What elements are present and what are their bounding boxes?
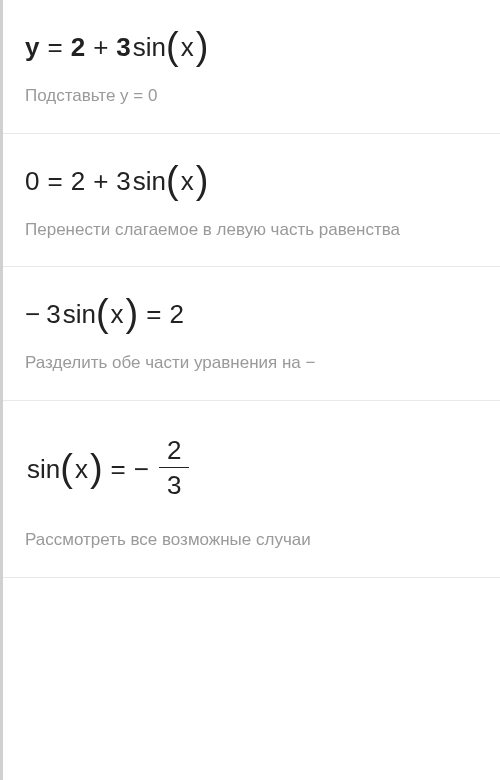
- value-2: 2: [169, 301, 183, 327]
- argument-x: x: [111, 301, 124, 327]
- sin-function: sin: [27, 456, 60, 482]
- open-paren: (: [166, 161, 179, 199]
- open-paren: (: [166, 27, 179, 65]
- argument-x: x: [181, 34, 194, 60]
- minus-sign: −: [25, 301, 40, 327]
- equals-sign: =: [47, 34, 62, 60]
- coefficient-3: 3: [46, 301, 60, 327]
- step-3: − 3 sin ( x ) = 2 Разделить обе части ур…: [3, 267, 500, 401]
- step-1: y = 2 + 3 sin ( x ) Подставьте y = 0: [3, 0, 500, 134]
- coefficient-3: 3: [116, 168, 130, 194]
- equals-sign: =: [146, 301, 161, 327]
- hint-2: Перенести слагаемое в левую часть равенс…: [25, 218, 478, 243]
- plus-sign: +: [93, 34, 108, 60]
- solution-steps: y = 2 + 3 sin ( x ) Подставьте y = 0 0 =…: [0, 0, 500, 780]
- step-4: sin ( x ) = − 2 3 Рассмотреть все возмож…: [3, 401, 500, 578]
- close-paren: ): [196, 161, 209, 199]
- open-paren: (: [60, 449, 73, 487]
- numerator: 2: [159, 437, 189, 467]
- equation-3: − 3 sin ( x ) = 2: [25, 295, 478, 333]
- equals-sign: =: [47, 168, 62, 194]
- constant-2: 2: [71, 34, 85, 60]
- plus-sign: +: [93, 168, 108, 194]
- equation-1: y = 2 + 3 sin ( x ): [25, 28, 478, 66]
- open-paren: (: [96, 294, 109, 332]
- sin-function: sin: [63, 301, 96, 327]
- close-paren: ): [90, 449, 103, 487]
- hint-4: Рассмотреть все возможные случаи: [25, 528, 478, 553]
- equation-2: 0 = 2 + 3 sin ( x ): [25, 162, 478, 200]
- minus-sign: −: [134, 456, 149, 482]
- fraction: 2 3: [159, 437, 189, 498]
- sin-function: sin: [133, 34, 166, 60]
- denominator: 3: [159, 467, 189, 498]
- close-paren: ): [126, 294, 139, 332]
- sin-function: sin: [133, 168, 166, 194]
- coefficient-3: 3: [116, 34, 130, 60]
- step-2: 0 = 2 + 3 sin ( x ) Перенести слагаемое …: [3, 134, 500, 268]
- argument-x: x: [181, 168, 194, 194]
- value-0: 0: [25, 168, 39, 194]
- equals-sign: =: [111, 456, 126, 482]
- variable-y: y: [25, 34, 39, 60]
- close-paren: ): [196, 27, 209, 65]
- hint-1: Подставьте y = 0: [25, 84, 478, 109]
- hint-3: Разделить обе части уравнения на −: [25, 351, 478, 376]
- equation-4: sin ( x ) = − 2 3: [25, 429, 478, 510]
- constant-2: 2: [71, 168, 85, 194]
- argument-x: x: [75, 456, 88, 482]
